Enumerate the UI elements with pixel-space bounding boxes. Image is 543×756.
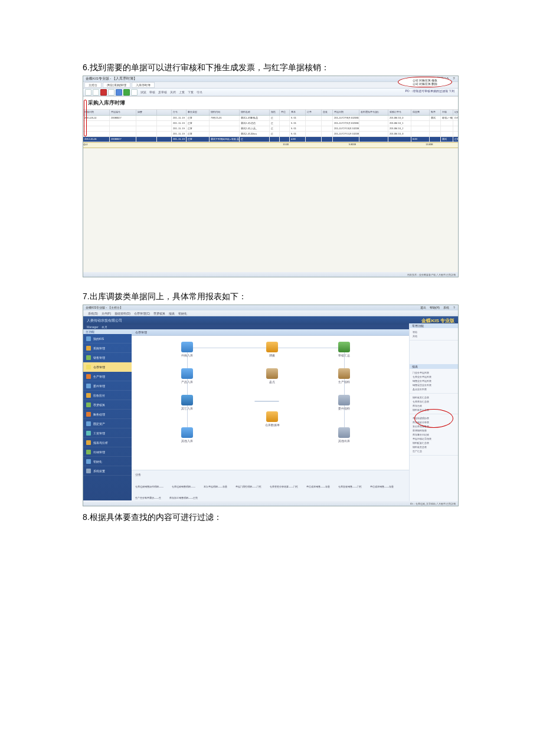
tab-main[interactable]: 主控台 bbox=[84, 82, 102, 88]
center-icon-r5c1[interactable]: 其他入库 bbox=[174, 427, 200, 443]
center-icon-r2c1[interactable]: 产品入库 bbox=[174, 368, 200, 384]
report-link[interactable]: 生产汇总 bbox=[413, 449, 455, 453]
bottom-link[interactable]: 单位成本销售——存量 bbox=[306, 485, 330, 488]
column-header[interactable]: 事务类型 bbox=[187, 110, 210, 115]
menu-inventory[interactable]: 存货核算 bbox=[153, 312, 165, 315]
tb-audit-icon[interactable] bbox=[123, 89, 130, 96]
report-link[interactable]: 销售退货业务列表 bbox=[413, 383, 455, 387]
sidebar-item[interactable]: 委外管理 bbox=[83, 381, 132, 391]
report-link[interactable]: 盘点业务列表 bbox=[413, 387, 455, 391]
table-row[interactable]: 201..11..19正常测试2-对-估估正9. 01201-11/72年9月1… bbox=[83, 121, 458, 126]
sidebar-item[interactable]: 初始化 bbox=[83, 457, 132, 466]
center-icon-r3c1[interactable]: 其它入库 bbox=[174, 395, 200, 410]
sidebar-item[interactable]: 出纳管理 bbox=[83, 447, 132, 457]
column-header[interactable]: 审核 bbox=[441, 110, 453, 115]
center-icon-r2c3[interactable]: 生产领料 bbox=[331, 368, 357, 384]
column-header[interactable] bbox=[157, 110, 172, 115]
menu-base[interactable]: 基础资料(D) bbox=[115, 312, 130, 315]
sidebar-item[interactable]: 工资管理 bbox=[83, 428, 132, 438]
menu-reports[interactable]: 报表 bbox=[169, 312, 175, 315]
column-header[interactable]: 采购订单号 bbox=[388, 110, 411, 115]
column-header[interactable]: 物料代码 bbox=[210, 110, 240, 115]
sidebar-item[interactable]: 系统设置 bbox=[83, 466, 132, 476]
menu-file[interactable]: 文件(F) bbox=[102, 312, 111, 315]
sidebar-item[interactable]: 固定资产 bbox=[83, 419, 132, 428]
help-icon[interactable]: ？ bbox=[452, 76, 456, 81]
sidebar-item[interactable]: 仓存管理 bbox=[83, 362, 132, 372]
column-header[interactable]: 单据编号 bbox=[110, 110, 136, 115]
report-link[interactable]: 销售业务单据列表 bbox=[413, 379, 455, 383]
tb-delete-icon[interactable] bbox=[100, 89, 107, 96]
column-header[interactable]: 单据日期 bbox=[333, 110, 359, 115]
tb-query-icon[interactable] bbox=[108, 89, 115, 96]
sidebar-item[interactable]: 销售管理 bbox=[83, 353, 132, 362]
tb-print-icon[interactable] bbox=[93, 89, 99, 96]
center-icon-r1c1[interactable]: 外购入库 bbox=[174, 342, 200, 357]
column-header[interactable]: 基本 bbox=[290, 110, 306, 115]
report-link[interactable]: 物料收发总表 bbox=[413, 445, 455, 449]
column-header[interactable]: 行号 bbox=[172, 110, 187, 115]
ss2-tr-help[interactable]: 帮助(H) bbox=[430, 305, 440, 310]
ss2-tr-sys[interactable]: 系统 bbox=[443, 305, 449, 310]
report-link[interactable]: 呆滞物料报表 bbox=[413, 428, 455, 433]
sidebar-item[interactable]: 账务处理 bbox=[83, 410, 132, 419]
ss2-tr-q[interactable]: ？ bbox=[453, 305, 456, 310]
report-link[interactable]: 单据审核记录报表 bbox=[413, 437, 455, 441]
report-link[interactable]: 物料收发汇总表 bbox=[413, 395, 455, 400]
ss2-tr-logout[interactable]: 退出 bbox=[420, 305, 426, 310]
column-header[interactable]: 规格 bbox=[270, 110, 280, 115]
table-row[interactable]: 2012-10-1620080027201..11..19正常测试下列项目20点… bbox=[83, 137, 458, 142]
report-link[interactable]: 物料配套汇总表 bbox=[413, 441, 455, 445]
bottom-link[interactable]: 仓库应收销售——门性 bbox=[338, 485, 362, 488]
report-link[interactable]: 仓库库存汇总表 bbox=[413, 400, 455, 404]
sidebar-item[interactable]: 采购管理 bbox=[83, 343, 132, 353]
bottom-link[interactable]: 仓库变更分析结算——门性 bbox=[270, 485, 298, 488]
table-row[interactable]: 201..11..19正常测试2-对-人品_正9. 01201-11/72年10… bbox=[83, 126, 458, 132]
report-link[interactable]: 仓库业务单据列表 bbox=[413, 375, 455, 379]
table-row[interactable]: 2011-03-1420080027201..11..19正常79用21-01测… bbox=[83, 116, 458, 121]
column-header[interactable]: 物料名称 bbox=[240, 110, 270, 115]
bottom-link[interactable]: 仓库过账销售操作明细—— bbox=[135, 485, 163, 488]
center-icon-r3c3[interactable]: 委外领料 bbox=[331, 395, 357, 410]
bottom-link[interactable]: 单位成本销售——存量 bbox=[370, 485, 394, 488]
table-cell: 正 bbox=[240, 137, 270, 142]
menu-system[interactable]: 系统(S) bbox=[88, 312, 98, 315]
bottom-link[interactable]: 仓库过账销售明细—— bbox=[172, 485, 195, 488]
column-header[interactable]: 记账 bbox=[453, 110, 459, 115]
report-link[interactable]: 库存台账 bbox=[413, 404, 455, 408]
column-header[interactable]: 收料通知单号(源) bbox=[359, 110, 388, 115]
sidebar-item[interactable]: 报表与分析 bbox=[83, 438, 132, 447]
tb-refresh-icon[interactable] bbox=[116, 89, 122, 96]
menu-init[interactable]: 初始化 bbox=[178, 312, 187, 315]
right-item-init[interactable]: 初始 bbox=[413, 330, 455, 334]
sidebar-item[interactable]: 应收应付 bbox=[83, 391, 132, 400]
center-icon-r1c3[interactable]: 审核汇总 bbox=[331, 342, 357, 357]
column-header[interactable]: 供应商 bbox=[411, 110, 430, 115]
right-item-other[interactable]: 其他 bbox=[413, 334, 455, 338]
column-header[interactable]: 单位 bbox=[280, 110, 290, 115]
column-header[interactable]: 应收 bbox=[322, 110, 333, 115]
column-header[interactable]: 订单 bbox=[306, 110, 322, 115]
tb-unaudit-icon[interactable] bbox=[131, 89, 138, 96]
menu-warehouse[interactable]: 仓存管理(C) bbox=[134, 312, 150, 315]
column-header[interactable]: 制单 bbox=[430, 110, 441, 115]
center-icon-r2c2[interactable]: 盘点 bbox=[259, 368, 285, 384]
report-link[interactable]: 门业务单据列表 bbox=[413, 371, 455, 375]
bottom-link[interactable]: 本次单据明细——存量 bbox=[204, 485, 227, 488]
tab-procure[interactable]: 供应(采购)管理 bbox=[103, 82, 130, 88]
table-row[interactable]: 201..11..19正常测试2-对-券bca正9. 01201-11/72年1… bbox=[83, 132, 458, 137]
center-icon-r5c3[interactable]: 其他出库 bbox=[331, 427, 357, 443]
column-header[interactable]: 审核日期 bbox=[83, 110, 110, 115]
bottom-link[interactable]: 库存加工销售明细——已完 bbox=[169, 496, 198, 499]
tab-current[interactable]: 入库序时簿 bbox=[132, 82, 155, 88]
bottom-link[interactable]: 生产任务制单履历——生 bbox=[135, 496, 161, 499]
bottom-link[interactable]: 单据门属性明细——门性 bbox=[235, 485, 261, 488]
column-header[interactable]: 摘要 bbox=[136, 110, 157, 115]
sidebar-item[interactable]: 存货核算 bbox=[83, 400, 132, 410]
tb-browse-icon[interactable] bbox=[85, 89, 91, 96]
sidebar-item[interactable]: 我的KIS bbox=[83, 334, 132, 343]
center-icon-r4m[interactable]: 仓库数据单 bbox=[259, 411, 285, 427]
sidebar-item[interactable]: 生产管理 bbox=[83, 372, 132, 381]
center-icon-r1c2[interactable]: 调拨 bbox=[259, 342, 285, 357]
report-link[interactable]: 库存事务日记账 bbox=[413, 433, 455, 437]
